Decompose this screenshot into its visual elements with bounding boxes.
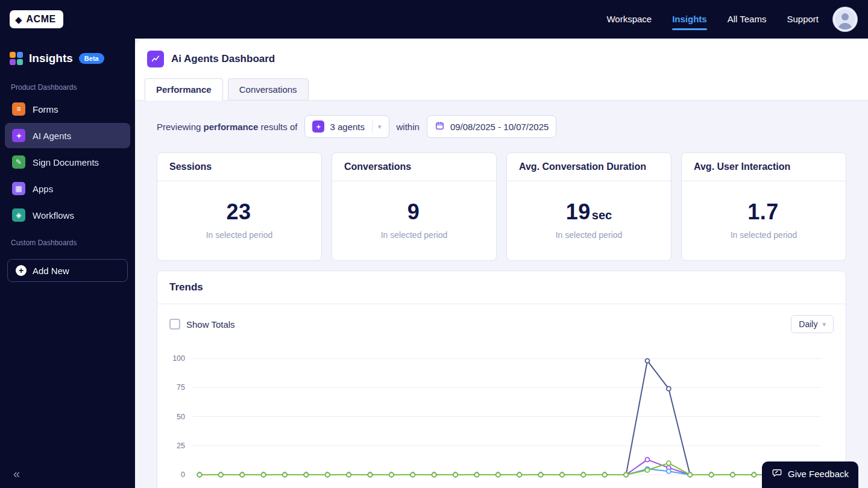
- sidebar-item-workflows[interactable]: ◈ Workflows: [5, 202, 130, 228]
- trends-title: Trends: [157, 271, 846, 304]
- stat-card-avg-conversation-duration: Avg. Conversation Duration 19sec In sele…: [506, 152, 671, 261]
- stat-value: 19: [566, 199, 591, 224]
- forms-icon: ≡: [12, 102, 25, 116]
- chevron-down-icon: ▾: [822, 321, 826, 328]
- stat-subtitle: In selected period: [512, 230, 666, 240]
- feedback-bubble-icon: [772, 468, 782, 480]
- chevron-down-icon: ▾: [378, 123, 382, 131]
- date-range-button[interactable]: 09/08/2025 - 10/07/2025: [427, 115, 556, 138]
- stat-title: Avg. User Interaction: [682, 153, 846, 181]
- topbar: ◆ ACME Workspace Insights All Teams Supp…: [0, 0, 868, 39]
- acme-logo-text: ACME: [27, 14, 56, 25]
- stat-unit: sec: [592, 208, 612, 222]
- dashboard-title-row: Ai Agents Dashboard: [135, 39, 868, 78]
- stat-value: 9: [407, 199, 420, 224]
- dashboard-content: Previewing performance results of 3 agen…: [135, 101, 868, 488]
- trends-controls: Show Totals Daily ▾: [169, 315, 834, 333]
- nav-item-support[interactable]: Support: [787, 9, 819, 30]
- svg-text:25: 25: [177, 442, 185, 450]
- svg-text:75: 75: [177, 383, 185, 392]
- agent-sparkle-icon: [312, 120, 324, 133]
- interval-label: Daily: [799, 319, 817, 329]
- previewing-emphasis: performance: [204, 122, 259, 132]
- sidebar-item-apps[interactable]: ▦ Apps: [5, 176, 130, 201]
- sidebar: Insights Beta Product Dashboards ≡ Forms…: [0, 39, 135, 488]
- add-new-label: Add New: [33, 266, 69, 276]
- stat-title: Avg. Conversation Duration: [507, 153, 671, 181]
- previewing-text: Previewing performance results of: [157, 122, 297, 132]
- svg-text:0: 0: [181, 471, 185, 479]
- sidebar-items: ≡ Forms AI Agents ✎ Sign Documents ▦ App…: [0, 96, 135, 228]
- within-label: within: [397, 122, 420, 132]
- section-label-product-dashboards: Product Dashboards: [0, 74, 135, 96]
- trends-card: Trends Show Totals Daily ▾ 0255075100: [157, 271, 846, 488]
- tab-bar: Performance Conversations: [135, 78, 868, 101]
- svg-text:100: 100: [172, 354, 185, 363]
- dashboard-chart-icon: [147, 51, 164, 67]
- sidebar-item-forms[interactable]: ≡ Forms: [5, 96, 130, 122]
- tab-performance[interactable]: Performance: [145, 78, 223, 101]
- avatar-head-shape: [841, 13, 849, 20]
- dashboard-header: Ai Agents Dashboard Performance Conversa…: [135, 39, 868, 101]
- sidebar-item-ai-agents[interactable]: AI Agents: [5, 123, 130, 148]
- avatar-body-shape: [838, 23, 852, 31]
- stat-cards-row: Sessions 23 In selected period Conversat…: [157, 152, 846, 261]
- top-navigation: Workspace Insights All Teams Support: [606, 9, 819, 30]
- add-new-button[interactable]: + Add New: [7, 259, 128, 282]
- show-totals-checkbox[interactable]: [169, 319, 180, 330]
- divider: [372, 120, 373, 133]
- give-feedback-button[interactable]: Give Feedback: [762, 461, 858, 488]
- svg-text:50: 50: [177, 413, 185, 421]
- show-totals-label: Show Totals: [186, 319, 235, 330]
- interval-dropdown[interactable]: Daily ▾: [791, 315, 834, 333]
- agents-filter-label: 3 agents: [330, 122, 365, 132]
- stat-subtitle: In selected period: [162, 230, 316, 240]
- stat-title: Conversations: [332, 153, 496, 181]
- feedback-label: Give Feedback: [788, 469, 849, 479]
- sign-documents-icon: ✎: [12, 155, 25, 169]
- nav-item-workspace[interactable]: Workspace: [606, 9, 652, 30]
- show-totals-control[interactable]: Show Totals: [169, 319, 235, 330]
- nav-item-all-teams[interactable]: All Teams: [728, 9, 767, 30]
- stat-card-conversations: Conversations 9 In selected period: [332, 152, 497, 261]
- stat-subtitle: In selected period: [337, 230, 491, 240]
- acme-logo-icon: ◆: [15, 15, 22, 24]
- sidebar-item-label: Forms: [33, 104, 58, 114]
- date-range-label: 09/08/2025 - 10/07/2025: [450, 122, 549, 132]
- sidebar-title: Insights: [29, 52, 73, 65]
- main-panel: Ai Agents Dashboard Performance Conversa…: [135, 39, 868, 488]
- sidebar-item-sign-documents[interactable]: ✎ Sign Documents: [5, 149, 130, 175]
- calendar-icon: [435, 120, 445, 133]
- tab-conversations[interactable]: Conversations: [228, 78, 309, 101]
- page-title: Ai Agents Dashboard: [171, 53, 275, 65]
- sidebar-item-label: Sign Documents: [33, 157, 99, 167]
- sidebar-header: Insights Beta: [0, 39, 135, 74]
- workflows-icon: ◈: [12, 208, 25, 222]
- plus-icon: +: [16, 265, 27, 276]
- filters-row: Previewing performance results of 3 agen…: [157, 115, 846, 138]
- trends-line-chart: 0255075100: [169, 354, 832, 488]
- sidebar-item-label: Workflows: [33, 210, 74, 221]
- nav-item-insights[interactable]: Insights: [672, 9, 707, 30]
- trends-chart-area: 0255075100: [169, 354, 834, 488]
- collapse-sidebar-icon[interactable]: «: [13, 467, 20, 481]
- beta-badge: Beta: [79, 53, 104, 64]
- ai-agents-icon: [12, 129, 25, 142]
- user-avatar[interactable]: [833, 7, 857, 31]
- section-label-custom-dashboards: Custom Dashboards: [0, 229, 135, 252]
- sidebar-item-label: Apps: [33, 184, 53, 194]
- stat-subtitle: In selected period: [687, 230, 841, 240]
- stat-card-sessions: Sessions 23 In selected period: [157, 152, 322, 261]
- stat-card-avg-user-interaction: Avg. User Interaction 1.7 In selected pe…: [681, 152, 846, 261]
- apps-icon: ▦: [12, 182, 25, 195]
- stat-value: 1.7: [747, 199, 779, 224]
- stat-value: 23: [226, 199, 251, 224]
- insights-logo-icon: [10, 52, 23, 65]
- sidebar-item-label: AI Agents: [33, 131, 71, 141]
- agents-filter-button[interactable]: 3 agents ▾: [304, 115, 389, 138]
- acme-logo[interactable]: ◆ ACME: [10, 10, 63, 28]
- stat-title: Sessions: [157, 153, 321, 181]
